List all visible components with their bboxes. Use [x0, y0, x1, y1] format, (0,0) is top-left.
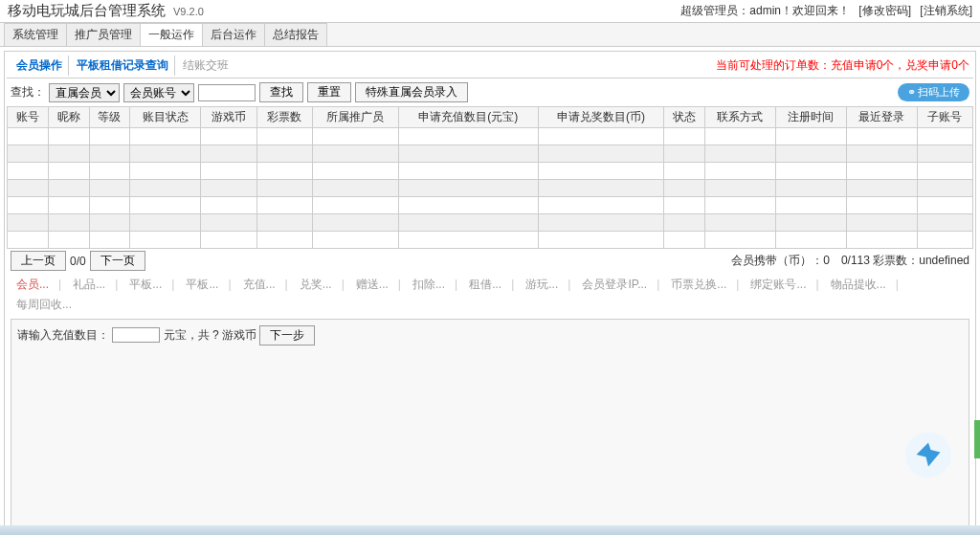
member-scope-select[interactable]: 直属会员 [49, 83, 120, 102]
next-page-button[interactable]: 下一页 [90, 251, 145, 271]
app-version: V9.2.0 [173, 6, 204, 17]
bottom-tab-12[interactable]: 绑定账号... [745, 275, 824, 295]
floating-action[interactable] [905, 432, 951, 478]
bottom-tab-1[interactable]: 礼品... [67, 275, 123, 295]
table-row [8, 145, 973, 163]
table-row [8, 180, 973, 197]
page-count: 0/0 [70, 255, 86, 268]
link-icon: ⚭ [907, 86, 916, 99]
col-subaccount: 子账号 [917, 107, 972, 128]
tab-backend-ops[interactable]: 后台运作 [202, 23, 265, 46]
search-by-select[interactable]: 会员账号 [123, 83, 194, 102]
bottom-tab-2[interactable]: 平板... [123, 275, 180, 295]
scan-upload-button[interactable]: ⚭ 扫码上传 [898, 83, 969, 101]
col-lastlogin: 最近登录 [846, 107, 917, 128]
taskbar [0, 525, 980, 535]
pager-summary: 会员携带（币）：0 0/113 彩票数：undefined [731, 253, 969, 269]
col-state: 状态 [664, 107, 705, 128]
side-handle[interactable] [974, 420, 980, 458]
col-status: 账目状态 [130, 107, 201, 128]
change-password-link[interactable]: [修改密码] [858, 4, 911, 17]
bottom-tab-6[interactable]: 赠送... [350, 275, 407, 295]
recharge-amount-input[interactable] [112, 327, 160, 343]
col-promoter: 所属推广员 [313, 107, 398, 128]
reset-button[interactable]: 重置 [307, 82, 351, 102]
logout-link[interactable]: [注销系统] [920, 4, 972, 17]
col-redeem: 申请兑奖数目(币) [539, 107, 664, 128]
bottom-tab-8[interactable]: 租借... [463, 275, 520, 295]
recharge-prompt-left: 请输入充值数目： [17, 328, 109, 342]
bottom-tab-11[interactable]: 币票兑换... [665, 275, 745, 295]
col-tickets: 彩票数 [256, 107, 312, 128]
tab-report[interactable]: 总结报告 [264, 23, 327, 46]
search-button[interactable]: 查找 [259, 82, 303, 102]
tab-promoter[interactable]: 推广员管理 [66, 23, 141, 46]
bottom-tab-5[interactable]: 兑奖... [294, 275, 350, 295]
member-table: 账号 昵称 等级 账目状态 游戏币 彩票数 所属推广员 申请充值数目(元宝) 申… [7, 106, 973, 249]
table-row [8, 197, 973, 214]
search-label: 查找： [11, 84, 45, 100]
bottom-tab-0[interactable]: 会员... [11, 275, 67, 295]
subtab-checkout[interactable]: 结账交班 [177, 56, 234, 76]
col-recharge: 申请充值数目(元宝) [398, 107, 539, 128]
subtab-member-ops[interactable]: 会员操作 [11, 56, 69, 76]
subtab-rental-query[interactable]: 平板租借记录查询 [71, 56, 175, 76]
bottom-tab-10[interactable]: 会员登录IP... [576, 275, 665, 295]
bottom-tabs: 会员...礼品...平板...平板...充值...兑奖...赠送...扣除...… [7, 273, 973, 317]
table-row [8, 128, 973, 145]
bottom-tab-13[interactable]: 物品提收... [825, 275, 904, 295]
next-step-button[interactable]: 下一步 [259, 325, 315, 346]
pending-alert: 当前可处理的订单数：充值申请0个，兑奖申请0个 [716, 57, 969, 74]
col-level: 等级 [89, 107, 130, 128]
table-row [8, 214, 973, 232]
col-contact: 联系方式 [704, 107, 775, 128]
admin-label: 超级管理员：admin！欢迎回来！ [680, 4, 850, 17]
col-coins: 游戏币 [201, 107, 256, 128]
main-tabs: 系统管理 推广员管理 一般运作 后台运作 总结报告 [0, 23, 980, 47]
special-member-button[interactable]: 特殊直属会员录入 [355, 82, 468, 102]
app-title: 移动电玩城后台管理系统 [8, 2, 166, 20]
bottom-tab-7[interactable]: 扣除... [407, 275, 463, 295]
bottom-tab-9[interactable]: 游玩... [520, 275, 576, 295]
detail-panel: 请输入充值数目： 元宝，共 ? 游戏币 下一步 [11, 319, 969, 535]
col-account: 账号 [8, 107, 49, 128]
bottom-tab-14[interactable]: 每周回收... [11, 295, 78, 315]
tab-general-ops[interactable]: 一般运作 [140, 23, 203, 46]
bottom-tab-4[interactable]: 充值... [237, 275, 294, 295]
col-nick: 昵称 [48, 107, 89, 128]
recharge-prompt-right: 元宝，共 ? 游戏币 [164, 328, 256, 342]
tab-system[interactable]: 系统管理 [4, 23, 67, 46]
col-regtime: 注册时间 [775, 107, 846, 128]
search-input[interactable] [198, 84, 256, 101]
bottom-tab-3[interactable]: 平板... [180, 275, 236, 295]
prev-page-button[interactable]: 上一页 [11, 251, 66, 271]
table-row [8, 232, 973, 249]
bird-icon [914, 440, 943, 469]
table-row [8, 163, 973, 180]
